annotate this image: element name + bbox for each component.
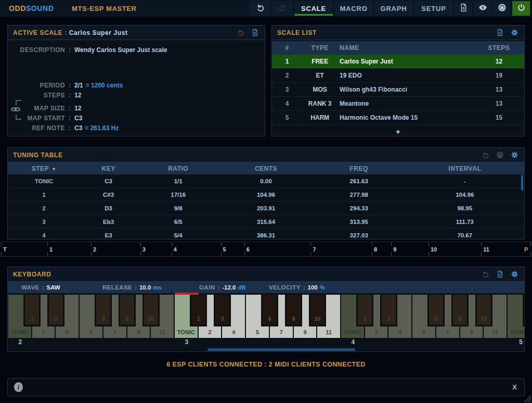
black-key-1[interactable]: 1 — [190, 295, 207, 326]
reset-button[interactable] — [479, 151, 491, 159]
black-key-8[interactable]: 8 — [285, 295, 302, 326]
keyboard-scrollbar[interactable] — [207, 348, 355, 351]
active-scale-header: ACTIVE SCALE : Carlos Super Just — [8, 26, 265, 40]
midi-button[interactable] — [493, 1, 511, 16]
tuning-table-scrollbar[interactable] — [521, 175, 523, 191]
field-colon: : — [65, 92, 74, 99]
black-key-3[interactable]: 3 — [380, 295, 397, 326]
black-key-10[interactable]: 10 — [475, 295, 492, 326]
black-key-1[interactable]: 1 — [523, 295, 525, 326]
black-key-10[interactable]: 10 — [309, 295, 326, 326]
scale-list-row[interactable]: 1FREECarlos Super Just12 — [272, 55, 524, 69]
ruler-label-10: 10 — [431, 246, 437, 253]
file-button[interactable] — [494, 29, 505, 36]
ruler-label-4: 4 — [174, 246, 177, 253]
column-header-step[interactable]: STEP▼ — [8, 165, 80, 172]
ruler-tick — [310, 243, 311, 246]
scale-list-row[interactable]: 5HARMHarmonic Octave Mode 1515 — [272, 111, 524, 125]
tuning-table-row[interactable]: TONICC31/10.00261.63- — [8, 174, 524, 188]
octave-keys: TONIC2457911136810 — [175, 295, 341, 338]
black-key-6[interactable]: 6 — [261, 295, 278, 326]
tab-graph[interactable]: GRAPH — [374, 1, 413, 16]
file-button[interactable] — [249, 29, 261, 36]
white-key-tonic[interactable]: TONIC — [508, 295, 525, 338]
field-map-size[interactable]: MAP SIZE:12 — [8, 103, 265, 113]
scale-list-row[interactable]: 4RANK 3Meantone13 — [272, 97, 524, 111]
reset-button[interactable] — [479, 270, 491, 278]
resize-grip[interactable] — [521, 392, 531, 402]
field-ref-note[interactable]: REF NOTE:C3= 261.63 Hz — [8, 123, 265, 133]
black-key-10[interactable]: 10 — [142, 295, 160, 326]
key-label: 4 — [222, 329, 245, 335]
black-key-8[interactable]: 8 — [119, 295, 136, 326]
scale-type: MOS — [302, 86, 338, 93]
key-label: 9 — [127, 329, 150, 335]
close-message-button[interactable]: X — [512, 383, 517, 391]
scale-num: 1 — [272, 58, 302, 65]
setting-unit: ms — [153, 284, 162, 291]
field-steps[interactable]: STEPS:12 — [8, 90, 265, 100]
cell-freq: 327.03 — [313, 232, 406, 238]
ruler-label-t: T — [3, 246, 7, 253]
scale-list-row[interactable]: 3MOSWilson gh43 Fibonacci13 — [272, 83, 524, 97]
gear-icon[interactable] — [509, 29, 520, 36]
key-label: 8 — [287, 316, 301, 322]
field-value: C3 — [74, 115, 82, 122]
undo-button[interactable] — [250, 1, 270, 16]
field-map-start[interactable]: MAP START:C3 — [8, 113, 265, 123]
tab-scale[interactable]: SCALE — [294, 1, 333, 16]
link-bracket-top — [16, 100, 21, 105]
redo-button[interactable] — [272, 1, 293, 16]
cell-interval: 98.95 — [406, 205, 524, 211]
file-button[interactable] — [455, 1, 472, 16]
tuning-table-title: TUNING TABLE — [13, 152, 63, 159]
tuning-table-panel: TUNING TABLE STEP▼KEYRATIOCENTSFREQINTER… — [7, 147, 525, 240]
map-ref-link[interactable] — [11, 99, 24, 121]
gear-icon[interactable] — [509, 151, 520, 159]
info-icon[interactable]: i — [14, 382, 23, 392]
setting-gain[interactable]: GAIN:-12.0dB — [199, 282, 246, 293]
scale-degree-ruler[interactable]: T1234567891011P — [0, 242, 532, 257]
setting-velocity[interactable]: VELOCITY:100% — [269, 282, 325, 293]
add-scale-button[interactable]: + — [272, 125, 524, 137]
key-label: 6 — [429, 316, 443, 322]
scale-name: Meantone — [338, 100, 474, 107]
tuning-table-row[interactable]: 2D39/8203.91294.3398.95 — [8, 201, 524, 215]
key-label: 9 — [460, 329, 483, 335]
setting-release[interactable]: RELEASE:10.0ms — [102, 282, 162, 293]
black-key-1[interactable]: 1 — [356, 295, 373, 326]
black-key-6[interactable]: 6 — [427, 295, 445, 326]
key-label: TONIC — [508, 329, 525, 335]
cell-freq: 294.33 — [313, 205, 406, 211]
octave-number-2: 2 — [8, 338, 32, 346]
reset-button[interactable] — [235, 29, 246, 36]
field-period[interactable]: PERIOD:2/1= 1200 cents — [8, 80, 265, 90]
ruler-tick — [391, 243, 392, 246]
file-button[interactable] — [494, 270, 505, 278]
tab-label: GRAPH — [381, 5, 407, 12]
black-key-6[interactable]: 6 — [95, 295, 112, 326]
field-description[interactable]: DESCRIPTION:Wendy Carlos Super Just scal… — [8, 45, 265, 55]
black-key-3[interactable]: 3 — [214, 295, 231, 326]
setting-wave[interactable]: WAVE:SAW — [21, 282, 60, 293]
midi-din-icon[interactable] — [494, 151, 505, 159]
setting-colon: : — [217, 284, 219, 291]
black-key-8[interactable]: 8 — [451, 295, 469, 326]
tab-setup[interactable]: SETUP — [414, 1, 453, 16]
black-key-1[interactable]: 1 — [23, 295, 41, 326]
scale-list-row[interactable]: 2ET19 EDO19 — [272, 69, 524, 83]
key-label: 1 — [25, 316, 39, 322]
black-key-3[interactable]: 3 — [47, 295, 64, 326]
gear-icon[interactable] — [509, 270, 520, 278]
power-button[interactable] — [512, 1, 530, 16]
tuning-table-row[interactable]: 3Eb36/5315.64313.95111.73 — [8, 215, 524, 229]
setting-label: RELEASE — [102, 284, 132, 291]
cell-key: D3 — [80, 205, 137, 211]
octave-number-4: 4 — [341, 338, 365, 346]
tuning-table-row[interactable]: 4E35/4386.31327.0370.67 — [8, 229, 524, 242]
visibility-button[interactable] — [474, 1, 491, 16]
tab-macro[interactable]: MACRO — [334, 1, 373, 16]
column-header-ratio: RATIO — [137, 165, 219, 172]
tuning-table-row[interactable]: 1C#317/16104.96277.98104.96 — [8, 188, 524, 201]
scale-steps: 15 — [474, 114, 524, 121]
